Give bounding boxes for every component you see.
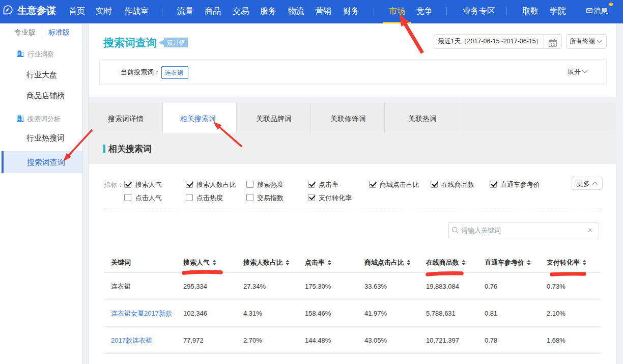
svg-text:15: 15 — [551, 42, 555, 47]
svg-text:累计值: 累计值 — [167, 39, 185, 46]
